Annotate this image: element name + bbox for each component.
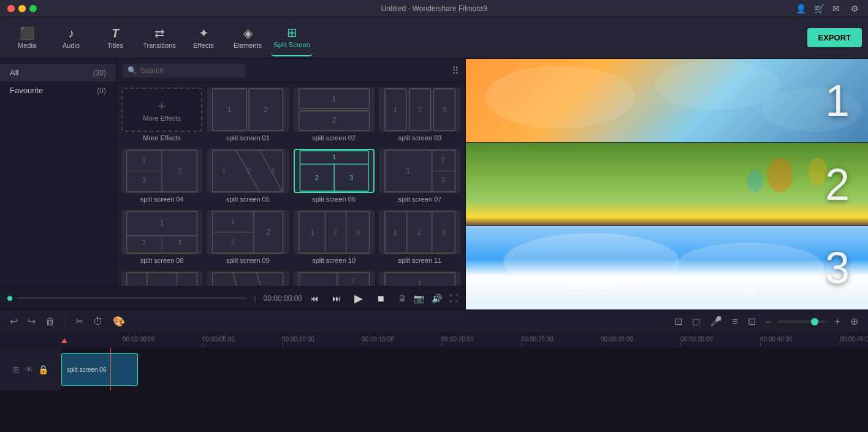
filter-tool[interactable]: ≡ <box>729 315 740 328</box>
preview-screens: 1 2 3 <box>466 59 868 309</box>
toolbar-item-split-screen[interactable]: ⊞ Split Screen <box>271 20 313 56</box>
audio-detach-tool[interactable]: 🎤 <box>707 314 725 328</box>
stop-button[interactable]: ⏹ <box>373 291 388 306</box>
layout-svg-02: 1 2 <box>294 88 374 131</box>
sidebar-item-all[interactable]: All (30) <box>0 64 116 81</box>
crop-tool[interactable]: ◻ <box>690 314 702 328</box>
svg-point-97 <box>673 243 824 293</box>
progress-time-sep: | <box>251 294 258 303</box>
sidebar-count-favourite: (0) <box>97 86 106 95</box>
grid-item-15[interactable]: 1 2 3 4 split screen 15 <box>379 271 460 286</box>
toolbar-item-transitions[interactable]: ⇄ Transitions <box>139 20 180 56</box>
grid-item-label-2: split screen 02 <box>294 134 375 144</box>
sidebar-item-favourite[interactable]: Favourite (0) <box>0 81 116 99</box>
grid-item-03[interactable]: 1 2 3 split screen 03 <box>379 88 460 144</box>
svg-line-70 <box>257 273 268 286</box>
lock-icon[interactable]: 🔒 <box>38 365 48 374</box>
delete-tool[interactable]: 🗑 <box>43 315 58 328</box>
minimize-button[interactable] <box>18 5 26 12</box>
grid-item-10[interactable]: 1 2 3 split screen 10 <box>294 210 375 267</box>
eye-icon[interactable]: 👁 <box>25 365 33 374</box>
grid-item-01[interactable]: 1 2 split screen 01 <box>207 88 288 144</box>
grid-item-label-9: split screen 09 <box>207 257 288 267</box>
svg-text:2: 2 <box>441 156 445 164</box>
pip-remove-tool[interactable]: ⊡ <box>745 314 758 328</box>
grid-item-09[interactable]: 1 2 3 split screen 09 <box>207 210 288 267</box>
grid-item-08[interactable]: 1 2 3 split screen 08 <box>121 210 202 267</box>
layout-svg-11: 1 2 3 <box>380 211 460 254</box>
thumb-08: 1 2 3 <box>121 210 202 254</box>
grid-item-14[interactable]: 1 2 3 4 split screen 14 <box>294 271 375 286</box>
cut-tool[interactable]: ✂ <box>73 314 86 328</box>
timeline-right-tools: ⊡ ◻ 🎤 ≡ ⊡ – + ⊕ <box>672 314 861 328</box>
main-toolbar: ⬛ Media ♪ Audio T Titles ⇄ Transitions ✦… <box>0 17 868 59</box>
effects-icon: ✦ <box>199 27 209 39</box>
svg-text:3: 3 <box>231 238 235 246</box>
video-track-controls: ⊞ 👁 🔒 <box>0 348 61 391</box>
zoom-out-tool[interactable]: – <box>763 315 774 328</box>
undo-tool[interactable]: ↩ <box>7 314 20 328</box>
svg-text:2: 2 <box>264 105 268 114</box>
sky-overlay <box>466 59 868 142</box>
zoom-slider-wrap <box>779 320 828 323</box>
thumb-15: 1 2 3 4 <box>379 271 460 286</box>
search-input-wrap[interactable]: 🔍 <box>123 64 245 77</box>
play-button[interactable]: ▶ <box>351 291 366 306</box>
redo-tool[interactable]: ↪ <box>25 314 38 328</box>
svg-rect-74 <box>299 273 369 286</box>
audio-icon: ♪ <box>68 27 74 39</box>
search-input[interactable] <box>140 66 240 75</box>
grid-item-12[interactable]: 2 1 3 split screen 12 <box>121 271 202 286</box>
monitor-icon[interactable]: 🖥 <box>398 294 406 303</box>
color-tool[interactable]: 🎨 <box>110 314 128 328</box>
mail-icon[interactable]: ✉ <box>832 4 842 13</box>
more-effects-label: + More Effects <box>143 97 181 122</box>
toolbar-item-elements[interactable]: ◈ Elements <box>227 20 268 56</box>
export-button[interactable]: EXPORT <box>807 28 862 47</box>
grid-item-11[interactable]: 1 2 3 split screen 11 <box>379 210 460 267</box>
progress-bar[interactable] <box>17 297 246 299</box>
toolbar-item-titles[interactable]: T Titles <box>94 20 136 56</box>
timeline-clip[interactable]: split screen 06 <box>61 353 138 386</box>
volume-icon[interactable]: 🔊 <box>432 294 442 303</box>
grid-item-label-6: split screen 06 <box>294 195 375 205</box>
grid-item-05[interactable]: 1 2 3 split screen 05 <box>207 149 288 205</box>
svg-text:3: 3 <box>441 176 445 183</box>
zoom-slider[interactable] <box>779 320 828 323</box>
snapshot-icon[interactable]: 📷 <box>414 294 424 303</box>
close-button[interactable] <box>7 5 15 12</box>
grid-item-06[interactable]: 1 2 3 split screen 06 <box>294 149 375 205</box>
zoom-in-tool[interactable]: + <box>832 315 843 328</box>
grid-item-02[interactable]: 1 2 split screen 02 <box>294 88 375 144</box>
toolbar-item-effects[interactable]: ✦ Effects <box>183 20 224 56</box>
svg-text:3: 3 <box>443 106 446 113</box>
timeline-toolbar: ↩ ↪ 🗑 ✂ ⏱ 🎨 ⊡ ◻ 🎤 ≡ ⊡ – + ⊕ <box>0 310 868 333</box>
cart-icon[interactable]: 🛒 <box>814 4 824 13</box>
settings-icon[interactable]: ⚙ <box>851 4 861 13</box>
grid-item-13[interactable]: 2 1 3 split screen 13 <box>207 271 288 286</box>
grid-item-07[interactable]: 1 2 3 split screen 07 <box>379 149 460 205</box>
thumb-01: 1 2 <box>207 88 288 132</box>
grid-view-icon[interactable]: ⊞ <box>12 365 20 374</box>
layout-svg-07: 1 2 3 <box>380 150 460 192</box>
ruler-mark-1: 00:00:05:00 <box>202 336 282 346</box>
timeline-body: ⊞ 👁 🔒 00:00:00:00 00:00:05:00 <box>0 333 868 432</box>
playback-controls: ⏮ ⏭ ▶ ⏹ <box>307 291 388 306</box>
add-track-tool[interactable]: ⊕ <box>848 314 861 328</box>
sidebar: All (30) Favourite (0) <box>0 59 116 286</box>
account-icon[interactable]: 👤 <box>796 4 805 13</box>
toolbar-item-audio[interactable]: ♪ Audio <box>50 20 92 56</box>
grid-item-04[interactable]: 1 2 3 split screen 04 <box>121 149 202 205</box>
toolbar-item-media[interactable]: ⬛ Media <box>6 20 48 56</box>
fullscreen-icon[interactable]: ⛶ <box>449 294 458 303</box>
split-tool[interactable]: ⊡ <box>672 314 685 328</box>
step-back-button[interactable]: ⏮ <box>307 291 322 306</box>
maximize-button[interactable] <box>29 5 37 12</box>
speed-tool[interactable]: ⏱ <box>91 315 105 328</box>
svg-text:3: 3 <box>178 239 181 246</box>
grid-item-more-effects[interactable]: + More Effects More Effects <box>121 88 202 144</box>
frame-back-button[interactable]: ⏭ <box>329 291 344 306</box>
grid-toggle-icon[interactable]: ⠿ <box>452 65 459 77</box>
layout-svg-08: 1 2 3 <box>122 211 202 254</box>
svg-text:1: 1 <box>406 166 411 175</box>
